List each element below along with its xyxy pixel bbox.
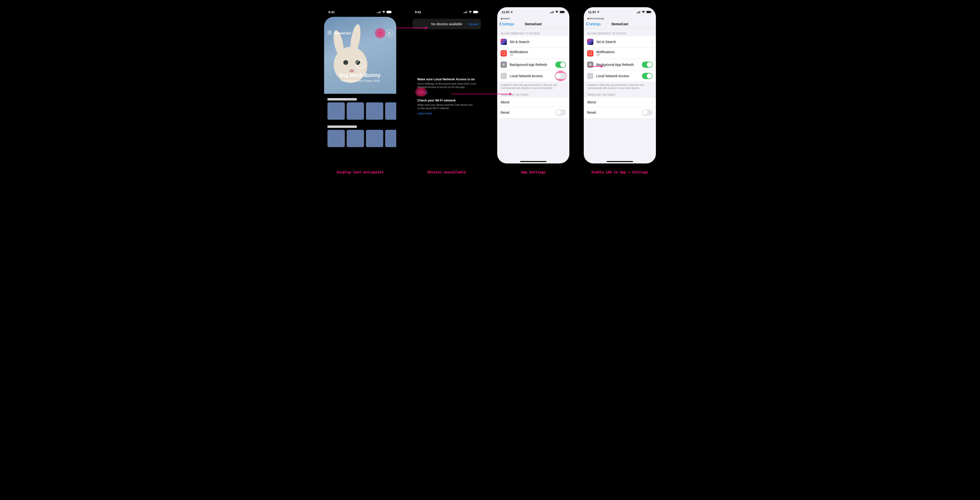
caption-4: Enable LNA in App > Settings — [592, 170, 648, 174]
svg-rect-20 — [473, 11, 478, 13]
chevron-right-icon: › — [651, 40, 652, 44]
breadcrumb-back-to-search[interactable]: ◀ Search — [501, 17, 570, 20]
cell-notifications[interactable]: Notifications Off › — [584, 48, 656, 59]
svg-rect-37 — [647, 11, 651, 13]
back-button[interactable]: Settings — [586, 22, 601, 26]
svg-point-15 — [388, 32, 390, 33]
svg-rect-24 — [552, 11, 552, 13]
content-tile[interactable] — [347, 102, 364, 120]
arrow-2 — [452, 94, 512, 94]
chevron-right-icon: › — [651, 51, 652, 56]
svg-rect-13 — [328, 32, 332, 33]
content-tile[interactable] — [366, 102, 383, 120]
svg-point-31 — [503, 64, 504, 65]
svg-rect-4 — [387, 11, 391, 13]
cell-background-refresh[interactable]: Background App Refresh — [584, 59, 656, 70]
cell-reset[interactable]: Reset — [584, 107, 656, 118]
signal-icon — [550, 11, 554, 13]
app-icon — [587, 73, 593, 79]
cancel-button[interactable]: Cancel — [468, 22, 478, 26]
svg-rect-3 — [380, 11, 380, 13]
chevron-right-icon: › — [565, 100, 566, 104]
breadcrumb-back-to-app[interactable]: ◀ DemoCast app — [587, 17, 656, 20]
content-tile[interactable] — [328, 102, 345, 120]
section-app-header: DEMOCAST SETTINGS — [584, 90, 656, 98]
nav-bar: Settings DemoCast — [497, 20, 570, 29]
local-network-access-toggle[interactable] — [642, 73, 652, 79]
notifications-icon — [501, 50, 507, 57]
svg-rect-34 — [639, 11, 639, 13]
svg-rect-5 — [391, 11, 392, 13]
nav-bar: Settings DemoCast — [584, 20, 656, 29]
cell-local-network-access[interactable]: Local Network Access — [584, 70, 656, 81]
nav-title: DemoCast — [525, 22, 541, 26]
svg-rect-17 — [465, 12, 465, 13]
phone-no-devices: 9:41 No devices available Cancel Make su… — [410, 7, 483, 163]
siri-icon — [587, 39, 593, 45]
settings-link[interactable]: Settings — [417, 91, 428, 94]
play-button[interactable] — [356, 60, 364, 69]
svg-rect-35 — [640, 11, 640, 13]
reset-toggle[interactable] — [642, 110, 652, 116]
content-tile[interactable] — [347, 130, 364, 147]
svg-rect-12 — [328, 31, 332, 32]
svg-rect-22 — [550, 13, 550, 13]
lna-note: Enabled to allow this app permission to … — [497, 81, 570, 90]
content-tile[interactable] — [385, 102, 396, 120]
svg-rect-2 — [379, 11, 379, 13]
gear-icon — [587, 62, 593, 68]
siri-icon — [501, 39, 507, 45]
learn-more-link[interactable]: Learn more — [417, 112, 432, 115]
tip-lna-body: Go to Settings on this phone and check t… — [417, 82, 476, 89]
content-tile[interactable] — [328, 130, 345, 147]
signal-icon — [463, 11, 468, 13]
svg-rect-21 — [478, 11, 479, 13]
battery-icon — [646, 11, 652, 13]
battery-icon — [473, 11, 479, 13]
back-button[interactable]: Settings — [499, 22, 514, 26]
content-tile[interactable] — [385, 130, 396, 147]
cell-notifications[interactable]: Notifications Off › — [497, 48, 570, 59]
battery-icon — [387, 11, 392, 13]
home-indicator — [520, 161, 547, 162]
status-bar: 9:41 — [324, 7, 396, 17]
svg-rect-33 — [638, 12, 638, 13]
reset-toggle[interactable] — [555, 110, 566, 116]
wifi-icon — [382, 11, 385, 13]
location-icon — [511, 10, 512, 14]
tip-wifi-body: Make sure your device and the Cast devic… — [417, 103, 476, 110]
arrow-1 — [396, 28, 428, 28]
background-refresh-toggle[interactable] — [555, 62, 566, 68]
cell-siri[interactable]: Siri & Search › — [584, 36, 656, 48]
cell-about[interactable]: About › — [497, 98, 570, 107]
hero-title: Big Buck Bunny — [324, 72, 396, 78]
background-refresh-toggle[interactable] — [642, 62, 652, 68]
profile-button[interactable] — [386, 30, 393, 37]
svg-rect-1 — [378, 12, 379, 13]
content-tile[interactable] — [366, 130, 383, 147]
signal-icon — [377, 11, 381, 13]
menu-icon[interactable] — [328, 31, 332, 35]
status-time: 11:57 — [501, 10, 509, 14]
svg-rect-32 — [637, 13, 637, 13]
lna-note: Enabled to allow this app permission to … — [584, 81, 656, 90]
svg-rect-29 — [502, 52, 505, 55]
svg-rect-38 — [651, 11, 652, 13]
cell-local-network-access[interactable]: Local Network Access — [497, 70, 570, 81]
location-icon — [597, 10, 599, 14]
tip-lna-title: Make sure Local Network Access is on — [417, 78, 476, 81]
home-indicator — [607, 161, 633, 162]
svg-rect-0 — [377, 13, 377, 13]
status-bar: 11:57 — [584, 7, 656, 17]
cell-siri[interactable]: Siri & Search › — [497, 36, 570, 48]
cell-background-refresh[interactable]: Background App Refresh — [497, 59, 570, 70]
wifi-icon — [642, 11, 645, 13]
cast-button[interactable] — [377, 30, 384, 37]
app-icon — [501, 73, 507, 79]
cell-reset[interactable]: Reset — [497, 107, 570, 118]
chevron-right-icon: › — [565, 51, 566, 56]
cell-about[interactable]: About › — [584, 98, 656, 107]
section-title-placeholder — [328, 98, 357, 100]
local-network-access-toggle[interactable] — [555, 73, 566, 79]
svg-rect-18 — [466, 11, 466, 13]
